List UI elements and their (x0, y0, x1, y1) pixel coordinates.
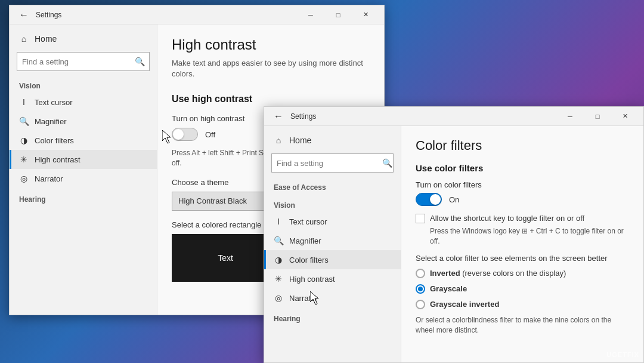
sidebar-home-cf[interactable]: ⌂ Home (264, 131, 401, 150)
hc-sidebar: ⌂ Home 🔍 Vision I Text cursor 🔍 Magnifie… (10, 24, 157, 315)
sidebar-item-magnifier-cf[interactable]: 🔍 Magnifier (264, 231, 401, 250)
narrator-icon-hc: ◎ (19, 174, 29, 183)
watermark: UGETFIX (606, 351, 639, 358)
sidebar-item-high-contrast-cf[interactable]: ✳ High contrast (264, 269, 401, 288)
vision-section-label-cf: Vision (264, 194, 401, 212)
hc-toggle-knob (173, 129, 184, 140)
cf-layout: ⌂ Home 🔍 Ease of Access Vision I Text cu… (264, 126, 643, 362)
cf-checkbox-label: Allow the shortcut key to toggle filter … (430, 213, 584, 224)
cf-content-area: Color filters Use color filters Turn on … (401, 126, 643, 362)
home-icon-hc: ⌂ (19, 34, 29, 44)
hc-toggle[interactable] (172, 128, 198, 141)
hc-page-title: High contrast (172, 36, 370, 53)
text-cursor-icon-hc: I (19, 97, 29, 107)
close-btn-hc[interactable]: ✕ (352, 5, 379, 24)
cf-radio-grayscale-inverted-label: Grayscale inverted (430, 300, 499, 309)
sidebar-search-cf[interactable]: 🔍 (271, 153, 394, 173)
color-filters-icon-cf: ◑ (274, 255, 283, 264)
high-contrast-icon-cf: ✳ (274, 274, 283, 284)
cf-toggle-label: Turn on color filters (416, 180, 629, 189)
search-input-cf[interactable] (272, 159, 382, 168)
sidebar-home-hc[interactable]: ⌂ Home (10, 29, 157, 48)
title-bar-controls-hc: ─ □ ✕ (297, 5, 379, 24)
cf-checkbox-hint: Press the Windows logo key ⊞ + Ctrl + C … (430, 226, 629, 247)
cf-shortcut-checkbox[interactable] (416, 214, 425, 223)
cf-toggle[interactable] (416, 193, 442, 206)
hearing-label-hc: Hearing (10, 188, 157, 206)
sidebar-item-high-contrast-hc[interactable]: ✳ High contrast (10, 150, 157, 169)
cf-bottom-text: Or select a colorblindness filter to mak… (416, 315, 629, 336)
cf-page-title: Color filters (416, 138, 629, 153)
sidebar-item-magnifier-label-cf: Magnifier (289, 236, 321, 245)
cf-toggle-row: On (416, 193, 629, 206)
sidebar-item-magnifier-hc[interactable]: 🔍 Magnifier (10, 112, 157, 131)
hc-section-title: Use high contrast (172, 94, 370, 104)
cf-radio-grayscale-btn[interactable] (416, 284, 425, 294)
color-filters-window[interactable]: ← Settings ─ □ ✕ ⌂ Home 🔍 Ease of Access… (264, 106, 644, 363)
sidebar-item-narrator-hc[interactable]: ◎ Narrator (10, 169, 157, 188)
cf-radio-grayscale-inverted[interactable]: Grayscale inverted (416, 300, 629, 309)
search-input-hc[interactable] (17, 57, 130, 66)
sidebar-item-narrator-cf[interactable]: ◎ Narrator (264, 288, 401, 307)
cf-radio-grayscale[interactable]: Grayscale (416, 284, 629, 294)
sidebar-item-text-cursor-label-hc: Text cursor (35, 98, 73, 107)
high-contrast-icon-hc: ✳ (19, 155, 29, 164)
back-button-hc[interactable]: ← (14, 5, 33, 24)
sidebar-item-text-cursor-label-cf: Text cursor (289, 217, 327, 226)
magnifier-icon-hc: 🔍 (19, 116, 29, 126)
hc-preview-text: Text (218, 253, 233, 263)
sidebar-home-label-hc: Home (35, 34, 57, 44)
sidebar-home-label-cf: Home (289, 136, 311, 145)
cf-checkbox-row: Allow the shortcut key to toggle filter … (416, 213, 629, 224)
search-icon-hc: 🔍 (130, 52, 149, 71)
cf-radio-grayscale-inverted-btn[interactable] (416, 300, 425, 309)
cf-radio-inverted-label: Inverted (reverse colors on the display) (430, 269, 566, 278)
title-cf: Settings (288, 112, 556, 121)
title-bar-hc: ← Settings ─ □ ✕ (10, 5, 384, 24)
back-button-cf[interactable]: ← (269, 107, 288, 126)
vision-section-label-hc: Vision (10, 75, 157, 93)
narrator-icon-cf: ◎ (274, 293, 283, 303)
maximize-btn-cf[interactable]: □ (584, 107, 611, 126)
sidebar-search-hc[interactable]: 🔍 (17, 52, 150, 71)
hc-color-preview: Text (172, 234, 279, 282)
hearing-label-cf: Hearing (264, 307, 401, 325)
sidebar-item-color-filters-label-cf: Color filters (289, 256, 329, 264)
text-cursor-icon-cf: I (274, 217, 283, 226)
sidebar-item-magnifier-label-hc: Magnifier (35, 117, 66, 126)
title-hc: Settings (33, 11, 297, 19)
sidebar-item-text-cursor-cf[interactable]: I Text cursor (264, 212, 401, 231)
color-filters-icon-hc: ◑ (19, 136, 29, 145)
close-btn-cf[interactable]: ✕ (611, 107, 639, 126)
cf-toggle-knob (430, 194, 441, 205)
sidebar-item-color-filters-label-hc: Color filters (35, 136, 74, 145)
sidebar-item-text-cursor-hc[interactable]: I Text cursor (10, 93, 157, 112)
minimize-btn-hc[interactable]: ─ (297, 5, 324, 24)
hc-toggle-state: Off (205, 130, 215, 139)
sidebar-item-color-filters-cf[interactable]: ◑ Color filters (264, 250, 401, 269)
sidebar-item-narrator-label-hc: Narrator (35, 174, 63, 183)
cf-radio-inverted[interactable]: Inverted (reverse colors on the display) (416, 269, 629, 278)
cf-section-title: Use color filters (416, 163, 629, 173)
title-bar-controls-cf: ─ □ ✕ (556, 107, 639, 126)
magnifier-icon-cf: 🔍 (274, 236, 283, 245)
maximize-btn-hc[interactable]: □ (324, 5, 352, 24)
title-bar-cf: ← Settings ─ □ ✕ (264, 107, 643, 126)
sidebar-item-high-contrast-label-cf: High contrast (289, 275, 335, 284)
ease-section-label-cf: Ease of Access (264, 176, 401, 194)
sidebar-item-narrator-label-cf: Narrator (289, 294, 318, 303)
cf-radio-inverted-btn[interactable] (416, 269, 425, 278)
search-icon-cf: 🔍 (382, 153, 393, 173)
cf-radio-grayscale-label: Grayscale (430, 284, 467, 293)
cf-filter-select-label: Select a color filter to see elements on… (416, 254, 629, 263)
sidebar-item-color-filters-hc[interactable]: ◑ Color filters (10, 131, 157, 150)
sidebar-item-high-contrast-label-hc: High contrast (35, 155, 80, 164)
hc-theme-value: High Contrast Black (178, 196, 247, 205)
cf-toggle-state: On (449, 195, 459, 204)
minimize-btn-cf[interactable]: ─ (556, 107, 584, 126)
cf-sidebar: ⌂ Home 🔍 Ease of Access Vision I Text cu… (264, 126, 401, 362)
home-icon-cf: ⌂ (274, 136, 283, 145)
hc-page-desc: Make text and apps easier to see by usin… (172, 58, 370, 79)
